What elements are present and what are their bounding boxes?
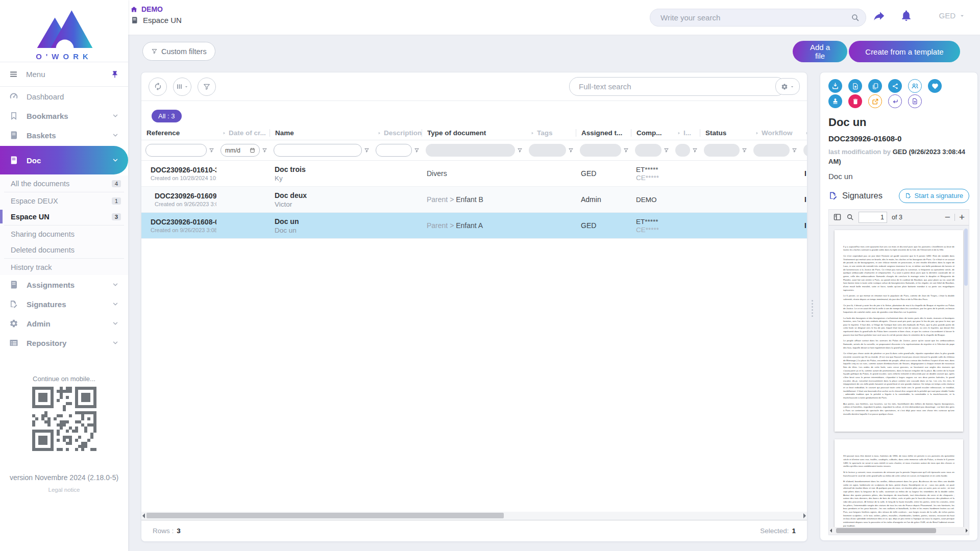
sidebar-item-repository[interactable]: Repository bbox=[0, 333, 128, 353]
sidebar-item-espace-deux[interactable]: Espace DEUX1 bbox=[0, 193, 128, 209]
grid-settings-button[interactable] bbox=[775, 78, 800, 95]
column-header-y[interactable]: Y... bbox=[799, 129, 807, 137]
column-header-description[interactable]: Description bbox=[372, 129, 422, 137]
page-number-input[interactable] bbox=[859, 212, 887, 223]
scroll-right-arrow[interactable] bbox=[803, 513, 806, 518]
text-filter-input[interactable] bbox=[274, 144, 362, 157]
column-filter-comp[interactable] bbox=[631, 144, 671, 157]
column-filter-reference[interactable] bbox=[141, 144, 216, 157]
delete-button[interactable] bbox=[848, 94, 862, 108]
pdf-pages-area[interactable]: Il y a aujourd'hui trois cent quarante-h… bbox=[829, 226, 969, 527]
column-filter-name[interactable] bbox=[270, 144, 372, 157]
text-filter-input[interactable] bbox=[376, 144, 412, 157]
column-filter-description[interactable] bbox=[372, 144, 422, 157]
filter-funnel-icon[interactable] bbox=[209, 147, 214, 153]
create-from-template-button[interactable]: Create from a template bbox=[849, 41, 960, 62]
return-button[interactable] bbox=[888, 94, 902, 108]
global-search[interactable] bbox=[650, 9, 866, 27]
download-button[interactable] bbox=[828, 79, 842, 93]
column-filter-i[interactable] bbox=[671, 144, 700, 157]
column-filter-y[interactable] bbox=[799, 144, 807, 157]
menu-toggle[interactable]: Menu bbox=[0, 62, 128, 87]
filter-funnel-icon[interactable] bbox=[742, 147, 747, 153]
filter-funnel-icon[interactable] bbox=[517, 147, 523, 153]
fulltext-search[interactable] bbox=[569, 77, 786, 96]
table-row[interactable]: DOC230926-01608-0Created on 9/26/2023 3:… bbox=[141, 213, 807, 239]
scrollbar-thumb[interactable] bbox=[146, 513, 504, 518]
user-menu[interactable]: GED bbox=[939, 11, 966, 20]
zoom-out-button[interactable]: − bbox=[945, 212, 950, 222]
filter-funnel-icon[interactable] bbox=[364, 147, 370, 153]
open-external-button[interactable] bbox=[868, 94, 882, 108]
column-filter-date-of-cr[interactable]: mm/d bbox=[216, 144, 270, 157]
global-search-input[interactable] bbox=[659, 13, 851, 22]
filter-funnel-icon[interactable] bbox=[414, 147, 420, 153]
zoom-in-button[interactable]: + bbox=[959, 212, 965, 222]
custom-filters-button[interactable]: Custom filters bbox=[142, 42, 215, 61]
upload-file-button[interactable] bbox=[848, 79, 862, 93]
column-filter-status[interactable] bbox=[700, 144, 749, 157]
column-header-date-of-cr[interactable]: Date of cr... bbox=[216, 129, 270, 137]
filter-funnel-icon[interactable] bbox=[692, 147, 698, 153]
sidebar-item-espace-un[interactable]: Espace UN3 bbox=[0, 209, 128, 224]
table-row[interactable]: DOC230926-01609-0Created on 9/26/2023 3:… bbox=[141, 187, 807, 213]
filter-funnel-icon[interactable] bbox=[664, 147, 669, 153]
column-filter-type-of-document[interactable] bbox=[422, 144, 525, 157]
column-header-comp[interactable]: Comp... bbox=[631, 129, 671, 137]
sidebar-item-bookmarks[interactable]: Bookmarks bbox=[0, 106, 128, 126]
pin-sidebar-icon[interactable] bbox=[111, 70, 119, 79]
tab-all[interactable]: All : 3 bbox=[152, 110, 182, 122]
column-header-i[interactable]: I... bbox=[671, 129, 700, 137]
sidebar-item-admin[interactable]: Admin bbox=[0, 314, 128, 333]
users-button[interactable] bbox=[908, 79, 922, 93]
column-filter-assigned-t[interactable] bbox=[576, 144, 631, 157]
filter-funnel-icon[interactable] bbox=[262, 147, 267, 153]
legal-notice-link[interactable]: Legal notice bbox=[0, 487, 128, 493]
filter-funnel-icon[interactable] bbox=[568, 147, 574, 153]
date-filter-input[interactable]: mm/d bbox=[220, 144, 260, 157]
favorite-button[interactable] bbox=[928, 79, 942, 93]
panel-resize-handle[interactable] bbox=[812, 300, 813, 317]
add-file-button[interactable]: Add a file bbox=[793, 41, 847, 62]
sidebar-item-deleted-documents[interactable]: Deleted documents bbox=[0, 242, 128, 258]
pdf-scrollbar-thumb[interactable] bbox=[836, 528, 936, 533]
horizontal-scrollbar[interactable] bbox=[141, 512, 807, 520]
hamburger-icon[interactable] bbox=[9, 70, 18, 79]
column-header-type-of-document[interactable]: Type of document bbox=[422, 129, 525, 137]
column-header-tags[interactable]: Tags bbox=[525, 129, 576, 137]
pdf-scroll-right-arrow[interactable] bbox=[966, 529, 968, 533]
notifications-bell-icon[interactable] bbox=[900, 9, 913, 22]
column-header-workflow[interactable]: Workflow bbox=[749, 129, 799, 137]
sidebar-item-baskets[interactable]: Baskets bbox=[0, 126, 128, 145]
stamp-button[interactable] bbox=[828, 94, 842, 108]
scroll-left-arrow[interactable] bbox=[142, 513, 145, 518]
sidebar-toggle-icon[interactable] bbox=[833, 213, 842, 221]
pdf-vertical-scrollbar-thumb[interactable] bbox=[964, 229, 968, 286]
copy-button[interactable] bbox=[868, 79, 882, 93]
start-signature-button[interactable]: Start a signature bbox=[899, 189, 969, 203]
pdf-scroll-left-arrow[interactable] bbox=[830, 529, 832, 533]
fulltext-search-input[interactable] bbox=[578, 82, 777, 91]
column-header-reference[interactable]: Reference bbox=[141, 129, 216, 137]
column-header-name[interactable]: Name bbox=[270, 129, 372, 137]
sidebar-item-all-the-documents[interactable]: All the documents4 bbox=[0, 176, 128, 191]
pdf-horizontal-scrollbar[interactable] bbox=[829, 527, 969, 535]
search-icon[interactable] bbox=[851, 13, 860, 22]
breadcrumb-section[interactable]: Espace UN bbox=[130, 16, 182, 24]
column-header-status[interactable]: Status bbox=[700, 129, 749, 137]
filter-funnel-icon[interactable] bbox=[792, 147, 797, 153]
text-filter-input[interactable] bbox=[145, 144, 207, 157]
share-icon[interactable] bbox=[873, 9, 886, 22]
share-button[interactable] bbox=[888, 79, 902, 93]
sidebar-item-doc[interactable]: Doc bbox=[0, 146, 128, 174]
sidebar-item-assignments[interactable]: Assignments bbox=[0, 275, 128, 294]
sidebar-item-history-track[interactable]: History track bbox=[0, 259, 128, 275]
column-filter-tags[interactable] bbox=[525, 144, 576, 157]
filter-funnel-icon[interactable] bbox=[623, 147, 629, 153]
pdf-search-icon[interactable] bbox=[846, 213, 854, 221]
refresh-button[interactable] bbox=[149, 78, 167, 96]
breadcrumb-home[interactable]: DEMO bbox=[130, 5, 182, 13]
column-filter-workflow[interactable] bbox=[749, 144, 799, 157]
table-row[interactable]: DOC230926-01610-3Created on 10/28/2024 1… bbox=[141, 161, 807, 187]
filter-button[interactable] bbox=[198, 78, 216, 96]
